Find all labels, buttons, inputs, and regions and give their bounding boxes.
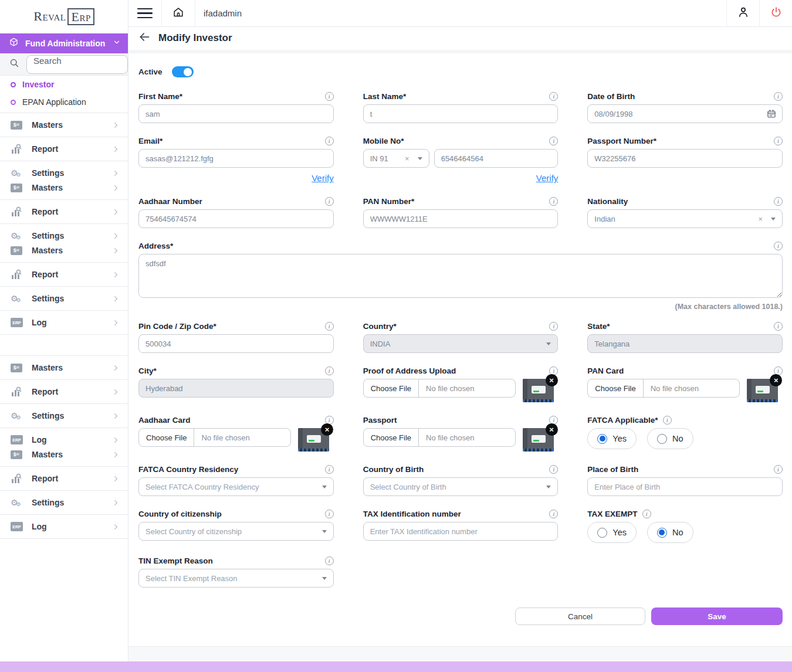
remove-file-icon[interactable]: × [546,374,558,386]
aadhaar-card-file-input[interactable]: Choose File No file chosen [138,428,291,447]
user-profile-button[interactable] [726,0,759,26]
calendar-icon[interactable] [766,108,777,121]
sidebar-item-settings[interactable]: ⚙⚙Settings [11,292,120,305]
info-icon[interactable]: i [549,92,558,101]
choose-file-button[interactable]: Choose File [588,379,643,397]
tin-input[interactable] [363,522,559,541]
aadhaar-card-thumbnail[interactable]: × [298,428,329,452]
info-icon[interactable]: i [774,322,783,331]
info-icon[interactable]: i [325,556,334,565]
info-icon[interactable]: i [774,242,783,250]
sidebar-item-masters[interactable]: $=Masters [11,181,120,194]
fatca-yes-radio[interactable]: Yes [587,428,637,449]
sidebar-item-settings[interactable]: ⚙⚙Settings [11,167,120,179]
save-button[interactable]: Save [651,607,783,625]
sidebar: Reval Erp Fund Administration Search Inv… [0,0,128,661]
sidebar-item-log[interactable]: ERPLog [11,433,120,446]
sidebar-item-report[interactable]: Report [11,142,120,155]
sidebar-item-investor[interactable]: Investor [0,76,128,93]
sidebar-item-report[interactable]: Report [11,205,120,218]
caret-down-icon [322,486,327,488]
info-icon[interactable]: i [774,197,783,206]
remove-file-icon[interactable]: × [321,423,333,436]
proof-of-address-thumbnail[interactable]: × [523,379,554,402]
country-of-birth-select[interactable]: Select Country of Birth [363,477,559,496]
passport-thumbnail[interactable]: × [523,428,554,452]
clear-icon[interactable]: × [758,215,763,223]
info-icon[interactable]: i [325,137,334,145]
info-icon[interactable]: i [642,510,651,518]
module-switcher[interactable]: Fund Administration [0,33,128,53]
info-icon[interactable]: i [325,322,334,331]
remove-file-icon[interactable]: × [770,374,782,386]
info-icon[interactable]: i [549,465,558,474]
mobile-verify-link[interactable]: Verify [536,173,559,183]
info-icon[interactable]: i [774,465,783,474]
choose-file-button[interactable]: Choose File [364,429,419,446]
sidebar-search[interactable]: Search [0,53,128,76]
address-textarea[interactable]: sdfsdf [138,254,783,298]
sidebar-item-log[interactable]: ERPLog [11,316,120,329]
info-icon[interactable]: i [325,510,334,518]
sidebar-item-masters[interactable]: $=Masters [11,448,120,461]
clear-icon[interactable]: × [405,154,409,163]
country-code-select[interactable]: IN 91 × [363,149,429,168]
info-icon[interactable]: i [549,197,558,206]
info-icon[interactable]: i [549,510,558,518]
logo-text-erp: Erp [67,8,94,25]
mobile-input[interactable] [434,149,559,168]
cancel-button[interactable]: Cancel [515,607,645,625]
nationality-select[interactable]: Indian × [587,209,783,228]
home-button[interactable] [162,0,195,26]
last-name-input[interactable] [363,104,559,123]
sidebar-item-masters[interactable]: $=Masters [11,361,120,374]
aadhaar-number-input[interactable] [138,209,334,228]
passport-file-input[interactable]: Choose File No file chosen [363,428,516,447]
hamburger-menu-button[interactable] [128,0,162,26]
sidebar-item-settings[interactable]: ⚙⚙Settings [11,496,120,509]
sidebar-item-masters[interactable]: $=Masters [11,118,120,131]
info-icon[interactable]: i [549,137,558,145]
tax-exempt-yes-radio[interactable]: Yes [587,522,637,543]
info-icon[interactable]: i [774,92,783,101]
pan-card-thumbnail[interactable]: × [747,379,778,402]
sidebar-item-report[interactable]: Report [11,385,120,398]
sidebar-item-settings[interactable]: ⚙⚙Settings [11,229,120,242]
email-input[interactable] [138,149,334,168]
info-icon[interactable]: i [325,197,334,206]
sidebar-item-report[interactable]: Report [11,472,120,485]
country-select[interactable]: INDIA [363,334,559,353]
info-icon[interactable]: i [325,366,334,375]
info-icon[interactable]: i [663,416,672,425]
active-toggle[interactable] [172,66,194,77]
sidebar-item-masters[interactable]: $=Masters [11,244,120,257]
remove-file-icon[interactable]: × [546,423,558,436]
tax-exempt-no-radio[interactable]: No [647,522,693,543]
fatca-no-radio[interactable]: No [647,428,693,449]
email-verify-link[interactable]: Verify [312,173,334,183]
pan-number-input[interactable] [363,209,559,228]
info-icon[interactable]: i [549,322,558,331]
passport-number-input[interactable] [587,149,783,168]
report-icon [11,473,22,484]
pan-card-file-input[interactable]: Choose File No file chosen [587,379,740,398]
info-icon[interactable]: i [325,92,334,101]
place-of-birth-input[interactable] [587,477,783,496]
choose-file-button[interactable]: Choose File [364,379,419,397]
info-icon[interactable]: i [325,465,334,474]
pincode-input[interactable] [138,334,334,353]
fatca-country-select[interactable]: Select FATCA Country Residency [138,477,334,496]
first-name-input[interactable] [138,104,334,123]
tin-exempt-reason-select[interactable]: Select TIN Exempt Reason [138,569,334,588]
sidebar-item-log[interactable]: ERPLog [11,520,120,533]
logout-button[interactable] [759,0,792,26]
info-icon[interactable]: i [774,137,783,145]
sidebar-item-epan-application[interactable]: EPAN Application [0,93,128,111]
dob-input[interactable] [587,104,783,123]
proof-of-address-file-input[interactable]: Choose File No file chosen [363,379,516,398]
back-arrow-icon[interactable] [138,31,150,45]
citizenship-select[interactable]: Select Country of citizenship [138,522,334,541]
choose-file-button[interactable]: Choose File [139,429,194,446]
sidebar-item-report[interactable]: Report [11,268,120,281]
sidebar-item-settings[interactable]: ⚙⚙Settings [11,409,120,422]
